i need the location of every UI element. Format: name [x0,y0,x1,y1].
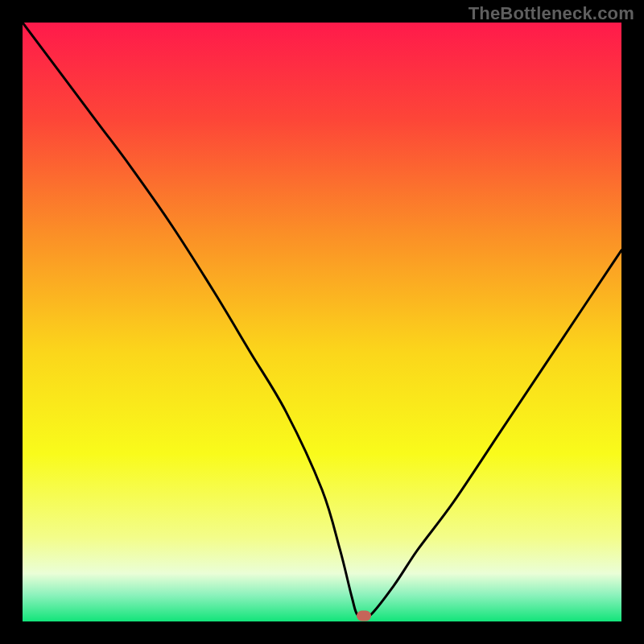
optimal-point-marker [357,610,371,621]
watermark-text: TheBottleneck.com [469,3,634,24]
gradient-background [23,23,621,621]
chart-frame: TheBottleneck.com [0,0,644,644]
plot-viewport [23,23,621,621]
plot-svg [23,23,621,621]
